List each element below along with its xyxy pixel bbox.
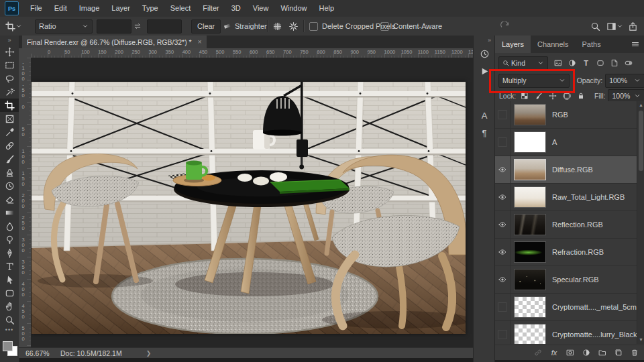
type-tool[interactable]: [0, 259, 19, 273]
share-icon[interactable]: [628, 21, 638, 32]
menu-window[interactable]: Window: [274, 0, 313, 17]
layer-row[interactable]: Specular.RGB: [495, 266, 637, 294]
add-layer-mask-button[interactable]: [562, 347, 578, 359]
status-chevron-icon[interactable]: ❯: [146, 350, 152, 357]
crop-tool[interactable]: [0, 99, 19, 112]
gradient-tool[interactable]: [0, 206, 19, 219]
vertical-ruler[interactable]: -100-50050100150200250300350400450500: [19, 58, 32, 347]
layer-thumbnail[interactable]: [514, 241, 546, 263]
zoom-tool[interactable]: [0, 313, 19, 326]
layer-row[interactable]: A: [495, 129, 637, 156]
straighten-button[interactable]: Straighten: [223, 17, 268, 36]
layer-thumbnail[interactable]: [514, 104, 546, 125]
layer-thumbnail[interactable]: [514, 296, 546, 318]
opacity-dropdown[interactable]: 100%: [605, 74, 644, 88]
filter-shape-layers[interactable]: [593, 57, 607, 70]
dock-expander[interactable]: »: [474, 36, 495, 45]
visibility-toggle[interactable]: [495, 129, 511, 156]
filter-smart-objects[interactable]: [607, 57, 621, 70]
dodge-tool[interactable]: [0, 233, 19, 246]
swap-dimensions-icon[interactable]: [133, 22, 142, 30]
layer-thumbnail[interactable]: [514, 269, 546, 290]
scroll-down-icon[interactable]: ▼: [637, 336, 644, 344]
frame-tool[interactable]: [0, 112, 19, 125]
visibility-toggle[interactable]: [495, 211, 511, 238]
layer-row[interactable]: Raw_Total_Light.RGB: [495, 184, 637, 211]
foreground-color-swatch[interactable]: [3, 341, 13, 351]
menu-view[interactable]: View: [247, 0, 275, 17]
workspace-switcher[interactable]: [606, 17, 623, 36]
layer-row[interactable]: Cryptomatte....lurry_Black: [495, 321, 637, 344]
menu-edit[interactable]: Edit: [48, 0, 73, 17]
menu-help[interactable]: Help: [313, 0, 341, 17]
history-brush-tool[interactable]: [0, 179, 19, 192]
clear-button[interactable]: Clear: [191, 19, 221, 34]
panel-icon-character[interactable]: A: [474, 107, 495, 124]
menu-file[interactable]: File: [24, 0, 48, 17]
panel-icon-paragraph[interactable]: ¶: [474, 124, 495, 141]
more-tools-button[interactable]: •••: [0, 326, 19, 335]
layer-row[interactable]: RGB: [495, 101, 637, 129]
ruler-origin-corner[interactable]: [19, 48, 32, 58]
menu-layer[interactable]: Layer: [105, 0, 136, 17]
layer-row[interactable]: Refraction.RGB: [495, 239, 637, 266]
filter-toggle[interactable]: [621, 57, 635, 70]
menu-3d[interactable]: 3D: [225, 0, 247, 17]
link-layers-button[interactable]: [530, 347, 546, 359]
visibility-toggle[interactable]: [495, 101, 511, 128]
visibility-toggle[interactable]: [495, 184, 511, 210]
layer-row[interactable]: Diffuse.RGB: [495, 156, 637, 184]
menu-filter[interactable]: Filter: [197, 0, 225, 17]
ratio-select[interactable]: Ratio: [35, 19, 93, 34]
visibility-toggle[interactable]: [495, 321, 511, 344]
toolbar-expander[interactable]: »: [0, 36, 19, 45]
menu-type[interactable]: Type: [136, 0, 164, 17]
new-group-button[interactable]: [594, 347, 610, 359]
scrollbar-thumb[interactable]: [639, 111, 643, 171]
layer-thumbnail[interactable]: [514, 131, 546, 153]
layer-thumbnail[interactable]: [514, 324, 546, 344]
canvas-viewport[interactable]: [31, 58, 473, 347]
delete-layer-button[interactable]: [627, 347, 643, 359]
visibility-toggle[interactable]: [495, 239, 511, 265]
color-swatches[interactable]: [3, 341, 17, 357]
rectangle-shape-tool[interactable]: [0, 286, 19, 300]
crop-width-input[interactable]: [97, 19, 131, 34]
filter-adjustment-layers[interactable]: [565, 57, 579, 70]
reset-tool-icon[interactable]: [500, 21, 510, 32]
new-adjustment-layer-button[interactable]: [578, 347, 594, 359]
path-selection-tool[interactable]: [0, 273, 19, 286]
quick-selection-tool[interactable]: [0, 85, 19, 99]
crop-height-input[interactable]: [147, 19, 182, 34]
eraser-tool[interactable]: [0, 192, 19, 206]
visibility-toggle[interactable]: [495, 156, 511, 183]
crop-settings-gear-icon[interactable]: [288, 21, 299, 32]
rectangular-marquee-tool[interactable]: [0, 58, 19, 72]
spot-healing-brush-tool[interactable]: [0, 139, 19, 152]
tab-paths[interactable]: Paths: [576, 36, 608, 53]
lock-all[interactable]: [574, 90, 588, 103]
brush-tool[interactable]: [0, 152, 19, 166]
panel-menu-icon[interactable]: [631, 40, 639, 48]
document-canvas[interactable]: [32, 82, 466, 334]
filter-pixel-layers[interactable]: [551, 57, 565, 70]
content-aware-checkbox[interactable]: Content-Aware: [380, 17, 442, 36]
search-icon[interactable]: [590, 21, 600, 32]
zoom-level-field[interactable]: 66.67%: [25, 349, 58, 357]
horizontal-ruler[interactable]: 0501001502002503003504004505005506006507…: [31, 48, 473, 58]
crop-overlay-grid-icon[interactable]: [272, 21, 282, 32]
layer-thumbnail[interactable]: [514, 214, 546, 235]
scroll-up-icon[interactable]: ▲: [637, 101, 644, 109]
pen-tool[interactable]: [0, 246, 19, 259]
filter-type-layers[interactable]: T: [579, 57, 593, 70]
layer-row[interactable]: Cryptomatt...._metal_5cm: [495, 294, 637, 321]
visibility-toggle[interactable]: [495, 266, 511, 293]
tool-preset[interactable]: [5, 17, 22, 36]
hand-tool[interactable]: [0, 300, 19, 313]
new-layer-button[interactable]: [610, 347, 627, 359]
layer-style-button[interactable]: fx: [546, 347, 562, 359]
tab-close-icon[interactable]: ×: [198, 38, 202, 46]
menu-image[interactable]: Image: [73, 0, 106, 17]
layer-list-scrollbar[interactable]: ▲ ▼: [637, 101, 644, 344]
lasso-tool[interactable]: [0, 72, 19, 85]
